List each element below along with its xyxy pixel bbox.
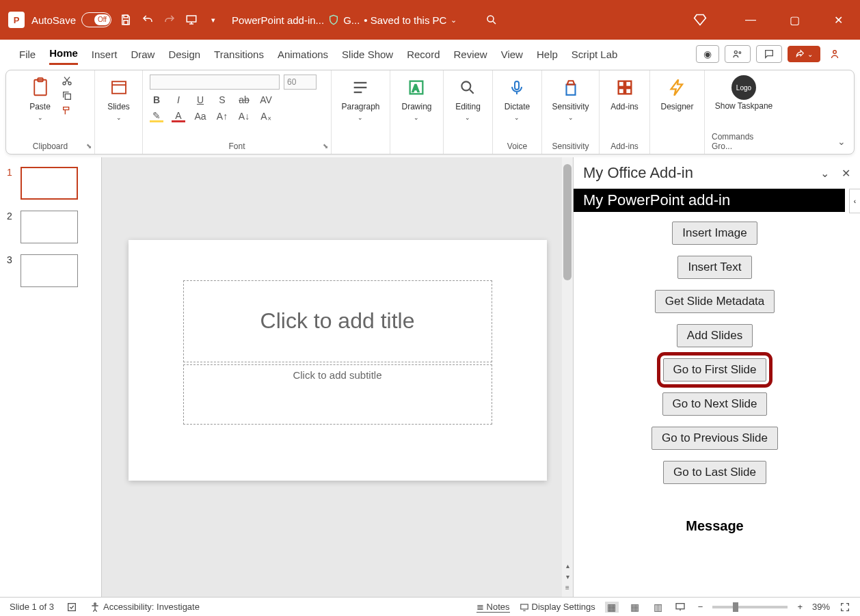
autosave-toggle[interactable]: Off bbox=[81, 12, 111, 27]
cut-icon[interactable] bbox=[60, 75, 74, 87]
vertical-scrollbar[interactable]: ▴ ▾ ≡ bbox=[562, 157, 573, 597]
camera-button[interactable]: ◉ bbox=[696, 45, 719, 63]
font-size-input[interactable] bbox=[284, 75, 317, 90]
character-spacing-icon[interactable]: AV bbox=[259, 94, 273, 106]
show-taskpane-button[interactable]: Logo Show Taskpane bbox=[712, 75, 776, 112]
tab-help[interactable]: Help bbox=[537, 44, 558, 64]
scrollbar-thumb[interactable] bbox=[563, 164, 572, 280]
tab-review[interactable]: Review bbox=[454, 44, 487, 64]
close-button[interactable]: ✕ bbox=[824, 14, 852, 27]
grow-font-icon[interactable]: A↑ bbox=[215, 110, 229, 122]
clipboard-launcher-icon[interactable]: ⬊ bbox=[86, 142, 92, 150]
italic-icon[interactable]: I bbox=[172, 94, 185, 106]
save-status-chevron-icon[interactable]: ⌄ bbox=[451, 16, 457, 25]
pane-menu-icon[interactable]: ⌄ bbox=[820, 167, 829, 180]
drawing-button[interactable]: A Drawing⌄ bbox=[399, 75, 434, 122]
tab-slideshow[interactable]: Slide Show bbox=[342, 44, 393, 64]
sensitivity-button[interactable]: Sensitivity⌄ bbox=[549, 75, 591, 122]
prev-slide-icon[interactable]: ▴ bbox=[562, 562, 573, 570]
nav-menu-icon[interactable]: ≡ bbox=[562, 584, 573, 591]
autosave-control[interactable]: AutoSave Off bbox=[31, 12, 111, 27]
slide-counter[interactable]: Slide 1 of 3 bbox=[10, 602, 54, 612]
thumbnail-1[interactable]: 1 bbox=[7, 167, 94, 200]
next-slide-icon[interactable]: ▾ bbox=[562, 573, 573, 580]
sorter-view-icon[interactable]: ▦ bbox=[628, 602, 642, 613]
clear-format-icon[interactable]: Aₓ bbox=[259, 110, 273, 122]
addins-button[interactable]: Add-ins bbox=[608, 75, 641, 113]
slide-canvas[interactable]: Click to add title Click to add subtitle… bbox=[101, 157, 573, 597]
go-to-next-slide-button[interactable]: Go to Next Slide bbox=[662, 392, 768, 416]
display-settings-button[interactable]: Display Settings bbox=[520, 602, 595, 612]
ribbon-collapse-icon[interactable]: ⌄ bbox=[837, 136, 846, 147]
accessibility-status[interactable]: Accessibility: Investigate bbox=[90, 602, 200, 613]
tab-scriptlab[interactable]: Script Lab bbox=[572, 44, 618, 64]
slideshow-view-icon[interactable] bbox=[675, 602, 688, 613]
zoom-in-icon[interactable]: + bbox=[797, 602, 803, 612]
zoom-slider[interactable] bbox=[712, 606, 788, 608]
qat-more-icon[interactable]: ▾ bbox=[206, 12, 221, 27]
copy-icon[interactable] bbox=[60, 90, 74, 102]
search-icon[interactable] bbox=[484, 12, 499, 27]
normal-view-icon[interactable]: ▦ bbox=[605, 602, 619, 613]
get-slide-metadata-button[interactable]: Get Slide Metadata bbox=[655, 290, 775, 313]
save-status[interactable]: • Saved to this PC bbox=[364, 14, 446, 26]
go-to-last-slide-button[interactable]: Go to Last Slide bbox=[663, 461, 766, 484]
reading-view-icon[interactable]: ▥ bbox=[651, 602, 665, 613]
insert-text-button[interactable]: Insert Text bbox=[677, 256, 751, 279]
slides-button[interactable]: Slides ⌄ bbox=[105, 75, 133, 122]
save-icon[interactable] bbox=[118, 12, 133, 27]
add-slides-button[interactable]: Add Slides bbox=[677, 324, 753, 347]
paragraph-button[interactable]: Paragraph⌄ bbox=[338, 75, 382, 122]
thumbnail-2[interactable]: 2 bbox=[7, 211, 94, 243]
minimize-button[interactable]: — bbox=[737, 14, 764, 26]
maximize-button[interactable]: ▢ bbox=[781, 14, 808, 27]
strikethrough-icon[interactable]: ab bbox=[237, 94, 251, 106]
underline-icon[interactable]: U bbox=[193, 94, 207, 106]
tab-design[interactable]: Design bbox=[168, 44, 200, 64]
font-name-input[interactable] bbox=[150, 75, 280, 90]
bold-icon[interactable]: B bbox=[150, 94, 163, 106]
font-launcher-icon[interactable]: ⬊ bbox=[323, 142, 328, 150]
tab-transitions[interactable]: Transitions bbox=[214, 44, 264, 64]
go-to-previous-slide-button[interactable]: Go to Previous Slide bbox=[651, 427, 778, 450]
pane-close-icon[interactable]: ✕ bbox=[842, 167, 850, 180]
undo-icon[interactable] bbox=[140, 12, 155, 27]
thumbnail-3[interactable]: 3 bbox=[7, 254, 94, 287]
go-to-first-slide-button[interactable]: Go to First Slide bbox=[663, 358, 767, 381]
shrink-font-icon[interactable]: A↓ bbox=[237, 110, 251, 122]
pane-collapse-icon[interactable]: ‹ bbox=[849, 189, 860, 213]
redo-icon[interactable] bbox=[162, 12, 177, 27]
dictate-button[interactable]: Dictate⌄ bbox=[502, 75, 533, 122]
font-color-icon[interactable]: A bbox=[172, 110, 185, 122]
fit-to-window-icon[interactable] bbox=[839, 602, 850, 613]
tab-file[interactable]: File bbox=[19, 44, 36, 64]
change-case-icon[interactable]: Aa bbox=[193, 110, 207, 122]
slide[interactable]: Click to add title Click to add subtitle bbox=[129, 240, 547, 481]
tab-insert[interactable]: Insert bbox=[92, 44, 118, 64]
highlight-icon[interactable]: ✎ bbox=[150, 110, 163, 122]
teams-button[interactable] bbox=[725, 45, 751, 63]
zoom-out-icon[interactable]: − bbox=[698, 602, 703, 612]
paste-button[interactable]: Paste ⌄ bbox=[27, 75, 53, 122]
designer-button[interactable]: Designer bbox=[658, 75, 696, 113]
document-name[interactable]: PowerPoint add-in... bbox=[232, 14, 324, 26]
tab-animations[interactable]: Animations bbox=[278, 44, 328, 64]
notes-button[interactable]: ≣Notes bbox=[476, 602, 510, 613]
zoom-percentage[interactable]: 39% bbox=[812, 602, 830, 612]
comments-button[interactable] bbox=[756, 45, 782, 63]
premium-icon[interactable] bbox=[693, 13, 721, 27]
tab-draw[interactable]: Draw bbox=[131, 44, 154, 64]
collab-icon[interactable] bbox=[826, 45, 844, 63]
subtitle-placeholder[interactable]: Click to add subtitle bbox=[183, 364, 492, 425]
tab-view[interactable]: View bbox=[501, 44, 523, 64]
shadow-icon[interactable]: S bbox=[215, 94, 229, 106]
present-icon[interactable] bbox=[184, 12, 199, 27]
editing-button[interactable]: Editing⌄ bbox=[453, 75, 483, 122]
title-placeholder[interactable]: Click to add title bbox=[183, 280, 492, 362]
share-button[interactable]: ⌄ bbox=[788, 46, 820, 62]
tab-record[interactable]: Record bbox=[407, 44, 440, 64]
insert-image-button[interactable]: Insert Image bbox=[672, 222, 757, 245]
format-painter-icon[interactable] bbox=[60, 105, 74, 117]
tab-home[interactable]: Home bbox=[49, 43, 78, 65]
spell-check-icon[interactable] bbox=[66, 602, 77, 613]
